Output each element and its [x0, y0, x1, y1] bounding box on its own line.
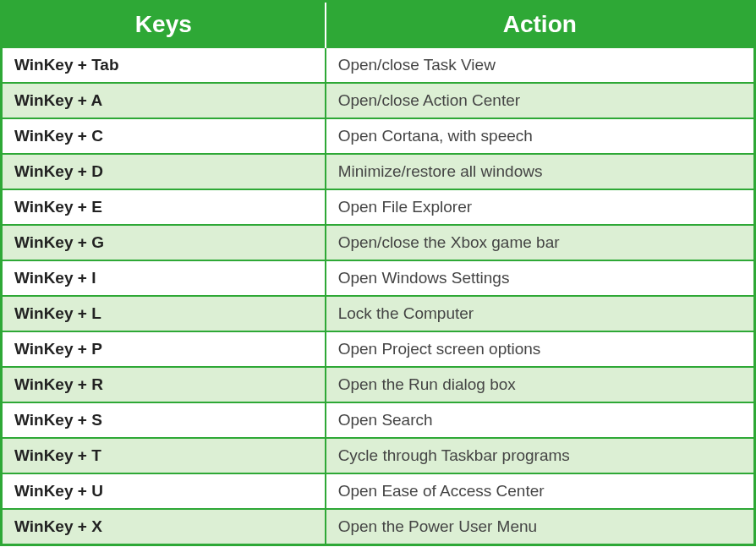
action-cell: Open Windows Settings: [326, 260, 755, 296]
table-row: WinKey + G Open/close the Xbox game bar: [2, 225, 755, 260]
action-cell: Open/close the Xbox game bar: [326, 225, 755, 260]
action-cell: Open File Explorer: [326, 189, 755, 225]
action-cell: Lock the Computer: [326, 296, 755, 331]
table-row: WinKey + C Open Cortana, with speech: [2, 118, 755, 154]
table-row: WinKey + E Open File Explorer: [2, 189, 755, 225]
action-cell: Open Ease of Access Center: [326, 473, 755, 509]
keys-cell: WinKey + R: [2, 367, 326, 402]
keys-cell: WinKey + U: [2, 473, 326, 509]
table-row: WinKey + P Open Project screen options: [2, 331, 755, 367]
table-row: WinKey + I Open Windows Settings: [2, 260, 755, 296]
keys-cell: WinKey + A: [2, 83, 326, 118]
action-cell: Open/close Action Center: [326, 83, 755, 118]
table-row: WinKey + D Minimize/restore all windows: [2, 154, 755, 189]
keys-cell: WinKey + S: [2, 402, 326, 438]
table-row: WinKey + L Lock the Computer: [2, 296, 755, 331]
table-row: WinKey + Tab Open/close Task View: [2, 47, 755, 83]
action-cell: Cycle through Taskbar programs: [326, 438, 755, 473]
keys-cell: WinKey + X: [2, 509, 326, 545]
table-row: WinKey + A Open/close Action Center: [2, 83, 755, 118]
shortcut-table: Keys Action WinKey + Tab Open/close Task…: [0, 0, 756, 546]
table-row: WinKey + R Open the Run dialog box: [2, 367, 755, 402]
table-row: WinKey + U Open Ease of Access Center: [2, 473, 755, 509]
action-cell: Open the Run dialog box: [326, 367, 755, 402]
action-cell: Open Search: [326, 402, 755, 438]
table-body: WinKey + Tab Open/close Task View WinKey…: [2, 47, 755, 545]
action-cell: Open/close Task View: [326, 47, 755, 83]
table-header-row: Keys Action: [2, 2, 755, 48]
keys-cell: WinKey + D: [2, 154, 326, 189]
keys-cell: WinKey + I: [2, 260, 326, 296]
keys-cell: WinKey + Tab: [2, 47, 326, 83]
header-action: Action: [326, 2, 755, 48]
keys-cell: WinKey + L: [2, 296, 326, 331]
action-cell: Open Cortana, with speech: [326, 118, 755, 154]
keys-cell: WinKey + P: [2, 331, 326, 367]
table-row: WinKey + T Cycle through Taskbar program…: [2, 438, 755, 473]
keys-cell: WinKey + G: [2, 225, 326, 260]
header-keys: Keys: [2, 2, 326, 48]
action-cell: Open the Power User Menu: [326, 509, 755, 545]
keys-cell: WinKey + C: [2, 118, 326, 154]
table-row: WinKey + X Open the Power User Menu: [2, 509, 755, 545]
action-cell: Open Project screen options: [326, 331, 755, 367]
action-cell: Minimize/restore all windows: [326, 154, 755, 189]
keys-cell: WinKey + E: [2, 189, 326, 225]
keys-cell: WinKey + T: [2, 438, 326, 473]
table-row: WinKey + S Open Search: [2, 402, 755, 438]
